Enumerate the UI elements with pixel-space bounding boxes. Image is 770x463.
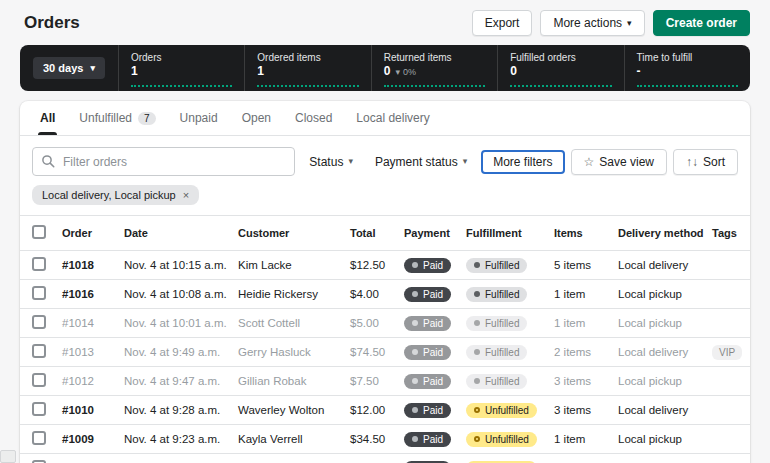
checkbox-cell [32,402,62,418]
payment-status-filter-button[interactable]: Payment status ▾ [367,149,475,175]
payment-status-badge: Paid [404,403,451,418]
more-filters-button[interactable]: More filters [481,150,564,174]
stat-fulfilled-orders[interactable]: Fulfilled orders 0 [497,45,623,91]
row-checkbox[interactable] [32,286,46,300]
table-body: #1018 Nov. 4 at 10:15 a.m. Kim Lacke $12… [20,251,750,463]
order-tags: VIP [712,346,742,358]
status-dot-icon [412,320,418,326]
chevron-down-icon: ▾ [627,19,632,28]
column-header-payment[interactable]: Payment [404,227,466,239]
date-range-button[interactable]: 30 days ▾ [33,57,105,79]
table-row[interactable]: #1009 Nov. 4 at 9:23 a.m. Kayla Verrell … [20,425,750,454]
status-filter-button[interactable]: Status ▾ [301,149,361,175]
customer-name: Gerry Hasluck [238,346,350,358]
order-number[interactable]: #1013 [62,346,124,358]
save-view-button[interactable]: ☆ Save view [571,149,667,175]
table-row[interactable]: #1013 Nov. 4 at 9:49 a.m. Gerry Hasluck … [20,338,750,367]
table-row[interactable]: #1022 Nov. 4 at 9:03 a.m. Sarah McKenzie… [20,454,750,463]
search-icon [41,154,56,169]
filter-chip[interactable]: Local delivery, Local pickup × [32,185,199,205]
table-row[interactable]: #1012 Nov. 4 at 9:47 a.m. Gillian Robak … [20,367,750,396]
sparkline [510,85,611,87]
tab-all[interactable]: All [28,101,67,135]
fulfillment-status-badge: Unfulfilled [466,432,537,447]
tab-closed[interactable]: Closed [283,101,344,135]
column-header-fulfillment[interactable]: Fulfillment [466,227,554,239]
stat-value: 1 [257,64,358,78]
order-number[interactable]: #1012 [62,375,124,387]
table-header: Order Date Customer Total Payment Fulfil… [20,215,750,251]
horizontal-scrollbar[interactable] [0,450,16,463]
fulfillment-cell: Fulfilled [466,316,554,331]
order-number[interactable]: #1010 [62,404,124,416]
stat-value: 0 [384,64,391,78]
order-total: $74.50 [350,346,404,358]
row-checkbox[interactable] [32,431,46,445]
fulfillment-status-badge: Fulfilled [466,316,527,331]
delta-value: 0% [403,67,416,77]
create-order-button[interactable]: Create order [653,10,750,36]
star-icon: ☆ [584,156,595,168]
filter-chip-label: Local delivery, Local pickup [42,189,176,201]
sort-button[interactable]: ↑↓ Sort [673,149,738,175]
row-checkbox[interactable] [32,344,46,358]
order-number[interactable]: #1014 [62,317,124,329]
stat-time-to-fulfill[interactable]: Time to fulfill - [624,45,750,91]
payment-status-label: Paid [423,260,443,271]
orders-page: Orders Export More actions ▾ Create orde… [0,0,770,463]
sparkline [257,85,358,87]
stat-orders[interactable]: Orders 1 [118,45,244,91]
tab-unpaid[interactable]: Unpaid [168,101,230,135]
column-header-delivery-method[interactable]: Delivery method [618,227,712,239]
fulfillment-status-label: Fulfilled [485,376,519,387]
tab-label: Closed [295,111,332,125]
table-row[interactable]: #1010 Nov. 4 at 9:28 a.m. Waverley Wolto… [20,396,750,425]
tab-local-delivery[interactable]: Local delivery [344,101,441,135]
payment-status-badge: Paid [404,287,451,302]
order-number[interactable]: #1016 [62,288,124,300]
tab-open[interactable]: Open [230,101,283,135]
column-header-date[interactable]: Date [124,227,238,239]
column-header-items[interactable]: Items [554,227,618,239]
more-actions-button[interactable]: More actions ▾ [540,10,644,36]
row-checkbox[interactable] [32,315,46,329]
stat-ordered-items[interactable]: Ordered items 1 [244,45,370,91]
select-all-checkbox[interactable] [32,225,46,239]
delta-indicator: ▾ 0% [395,67,416,77]
row-checkbox[interactable] [32,373,46,387]
delivery-method: Local delivery [618,346,712,358]
status-dot-icon [412,262,418,268]
tab-unfulfilled[interactable]: Unfulfilled 7 [67,101,167,135]
fulfillment-cell: Unfulfilled [466,432,554,447]
close-icon[interactable]: × [183,190,189,201]
more-actions-label: More actions [553,16,622,30]
filter-orders-input[interactable] [32,147,295,176]
tab-count-badge: 7 [138,112,156,125]
order-total: $34.50 [350,433,404,445]
status-dot-icon [474,349,480,355]
payment-cell: Paid [404,374,466,389]
column-header-customer[interactable]: Customer [238,227,350,239]
fulfillment-cell: Unfulfilled [466,403,554,418]
table-row[interactable]: #1014 Nov. 4 at 10:01 a.m. Scott Cottell… [20,309,750,338]
view-tabs: All Unfulfilled 7 Unpaid Open Closed Loc… [20,101,750,136]
order-number[interactable]: #1018 [62,259,124,271]
row-checkbox[interactable] [32,402,46,416]
items-count: 5 items [554,259,618,271]
fulfillment-status-label: Unfulfilled [485,434,529,445]
table-row[interactable]: #1018 Nov. 4 at 10:15 a.m. Kim Lacke $12… [20,251,750,280]
column-header-total[interactable]: Total [350,227,404,239]
delivery-method: Local pickup [618,375,712,387]
row-checkbox[interactable] [32,257,46,271]
stat-returned-items[interactable]: Returned items 0 ▾ 0% [371,45,497,91]
column-header-tags[interactable]: Tags [712,227,738,239]
table-row[interactable]: #1016 Nov. 4 at 10:08 a.m. Heidie Ricker… [20,280,750,309]
payment-status-label: Paid [423,405,443,416]
order-number[interactable]: #1009 [62,433,124,445]
column-header-order[interactable]: Order [62,227,124,239]
fulfillment-status-label: Fulfilled [485,318,519,329]
order-total: $7.50 [350,375,404,387]
export-button[interactable]: Export [472,10,533,36]
fulfillment-cell: Fulfilled [466,345,554,360]
payment-status-badge: Paid [404,432,451,447]
